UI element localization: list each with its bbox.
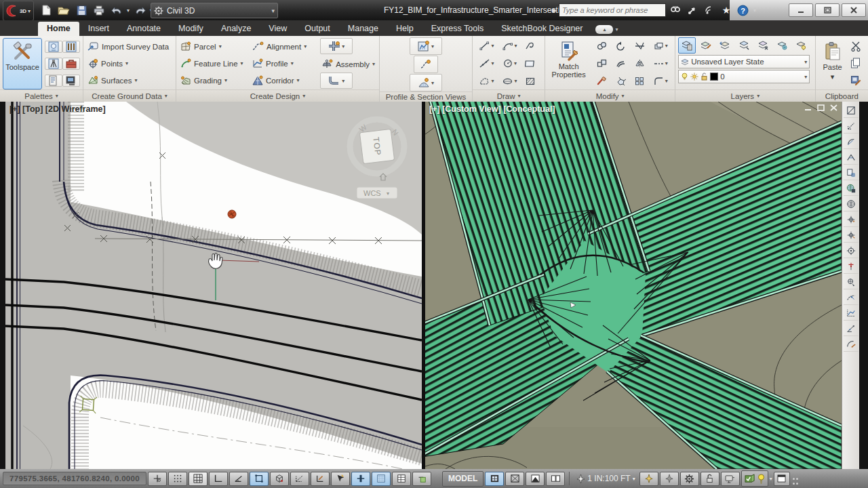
dynamic-input-toggle[interactable]	[331, 472, 350, 486]
pipe-network-button[interactable]: ▾	[320, 73, 353, 89]
wcs-menu[interactable]: WCS ▾	[357, 187, 397, 199]
survey-icon[interactable]	[45, 58, 62, 70]
erase-button[interactable]	[592, 76, 611, 86]
autodesk-exchange-icon[interactable]	[685, 3, 700, 17]
match-properties-button[interactable]: Match Properties	[548, 37, 589, 89]
statusbar-grip[interactable]	[793, 478, 800, 486]
coordinate-display[interactable]: 779575.3665, 481760.8240, 0.0000	[3, 472, 146, 485]
object-snap-tracking-toggle[interactable]	[290, 472, 309, 486]
circle-button[interactable]: ▾	[498, 58, 521, 68]
infer-constraints-toggle[interactable]	[148, 472, 167, 486]
panorama-icon[interactable]	[45, 75, 62, 87]
azimuth-distance-icon[interactable]	[844, 134, 859, 149]
surfaces-button[interactable]: Surfaces▾	[86, 72, 170, 89]
infocenter-collapse-icon[interactable]: ▶	[552, 7, 557, 14]
profile-grade-station-icon[interactable]	[844, 321, 859, 336]
tab-help[interactable]: Help	[387, 22, 422, 36]
array-button[interactable]	[630, 76, 649, 86]
object-snap-toggle[interactable]	[250, 472, 269, 486]
sheet-set-button[interactable]	[546, 472, 565, 486]
point-object-icon[interactable]	[844, 243, 859, 258]
assembly-button[interactable]: Assembly▾	[320, 56, 376, 73]
event-viewer-icon[interactable]	[62, 75, 80, 87]
dynamic-ucs-toggle[interactable]	[311, 472, 330, 486]
lineweight-toggle[interactable]	[351, 472, 370, 486]
modify-panel-label[interactable]: Modify▾	[545, 89, 675, 102]
profile-station-elevation-icon[interactable]	[844, 306, 859, 321]
undo-caret-icon[interactable]: ▾	[127, 7, 130, 14]
annotation-scale-control[interactable]: 1 IN:100 FT ▾	[574, 472, 637, 486]
tab-manage[interactable]: Manage	[339, 22, 387, 36]
mirror-button[interactable]	[630, 58, 649, 68]
ribbon-minimize-control[interactable]: ▴ ▾	[595, 25, 618, 34]
communication-center-icon[interactable]	[702, 3, 717, 17]
snap-mode-toggle[interactable]	[168, 472, 187, 486]
settings-icon[interactable]	[62, 41, 80, 53]
search-icon[interactable]	[668, 3, 683, 17]
open-button[interactable]	[56, 3, 72, 18]
grid-display-toggle[interactable]	[189, 472, 208, 486]
cut-button[interactable]	[850, 38, 862, 54]
feature-line-button[interactable]: Feature Line▾	[179, 55, 248, 72]
zoom-to-point-icon[interactable]	[844, 259, 859, 274]
help-caret-icon[interactable]: ▾	[753, 7, 756, 14]
layout-button[interactable]	[485, 472, 504, 486]
favorites-star-icon[interactable]: ★	[719, 3, 734, 17]
layer-previous-button[interactable]	[716, 37, 734, 54]
side-shot-icon[interactable]	[844, 274, 859, 289]
close-button[interactable]	[842, 3, 866, 17]
stretch-button[interactable]	[592, 58, 611, 68]
hatch-button[interactable]	[521, 77, 539, 86]
current-layer-combo[interactable]: 0 ▾	[678, 70, 810, 83]
selection-cycling-toggle[interactable]	[412, 472, 431, 486]
search-input[interactable]	[559, 3, 666, 17]
restore-button[interactable]	[815, 3, 840, 17]
northing-easting-icon[interactable]	[844, 165, 859, 180]
tab-modify[interactable]: Modify	[170, 22, 212, 36]
point-marker[interactable]	[228, 210, 236, 218]
intersection-button[interactable]: ▾	[320, 38, 353, 54]
layer-properties-button[interactable]	[678, 37, 696, 54]
tab-sketchbook-designer[interactable]: SketchBook Designer	[492, 22, 591, 36]
parcel-button[interactable]: Parcel▾	[179, 38, 248, 55]
create-design-panel-label[interactable]: Create Design▾	[176, 89, 379, 102]
create-ground-data-panel-label[interactable]: Create Ground Data▾	[83, 89, 176, 102]
xline-button[interactable]: ▾	[475, 58, 498, 68]
rotate-button[interactable]	[611, 41, 630, 52]
quick-view-layouts-button[interactable]	[505, 472, 524, 486]
viewport-left-label[interactable]: [+] [Top] [2D Wireframe]	[9, 104, 106, 114]
toolbar-lock-button[interactable]	[701, 472, 719, 486]
isolate-objects-group[interactable]	[741, 470, 768, 487]
trim-button[interactable]	[630, 41, 649, 51]
viewport-left-2d[interactable]: [+] [Top] [2D Wireframe]	[5, 102, 422, 469]
transparency-toggle[interactable]	[372, 472, 391, 486]
ribbon-minimize-icon[interactable]: ▴	[595, 25, 613, 34]
layers-panel-label[interactable]: Layers▾	[675, 89, 814, 102]
point-number-icon[interactable]	[844, 212, 859, 227]
prospector-icon[interactable]	[45, 41, 62, 53]
draw-panel-label[interactable]: Draw▾	[473, 89, 545, 102]
layer-isolate-button[interactable]	[735, 37, 753, 54]
tab-output[interactable]: Output	[296, 22, 339, 36]
point-name-icon[interactable]	[844, 228, 859, 243]
workspace-gear-button[interactable]	[680, 472, 699, 486]
break-button[interactable]: ▾	[649, 60, 672, 68]
layer-unisolate-button[interactable]	[754, 37, 772, 54]
clean-screen-button[interactable]	[774, 472, 790, 486]
statusbar-menu-caret-icon[interactable]: ▾	[770, 476, 772, 482]
revision-cloud-button[interactable]: ▾	[475, 76, 498, 86]
profile-section-views-panel-label[interactable]: Profile & Section Views	[380, 92, 472, 102]
grading-button[interactable]: Grading▾	[179, 72, 248, 89]
toolbox-icon[interactable]	[62, 58, 80, 70]
viewport-close-icon[interactable]	[830, 104, 837, 111]
minimize-button[interactable]	[789, 3, 813, 17]
alignment-button[interactable]: Alignment▾	[251, 38, 317, 55]
ellipse-button[interactable]: ▾	[498, 77, 521, 86]
paste-button[interactable]: Paste ▾	[818, 38, 847, 89]
annotation-visibility-button[interactable]	[639, 472, 658, 486]
clipboard-panel-label[interactable]: Clipboard	[816, 89, 868, 102]
ortho-mode-toggle[interactable]	[209, 472, 228, 486]
profile-grade-length-icon[interactable]	[844, 337, 859, 352]
tab-analyze[interactable]: Analyze	[212, 22, 260, 36]
move-stack-button[interactable]: ▾	[649, 41, 672, 51]
